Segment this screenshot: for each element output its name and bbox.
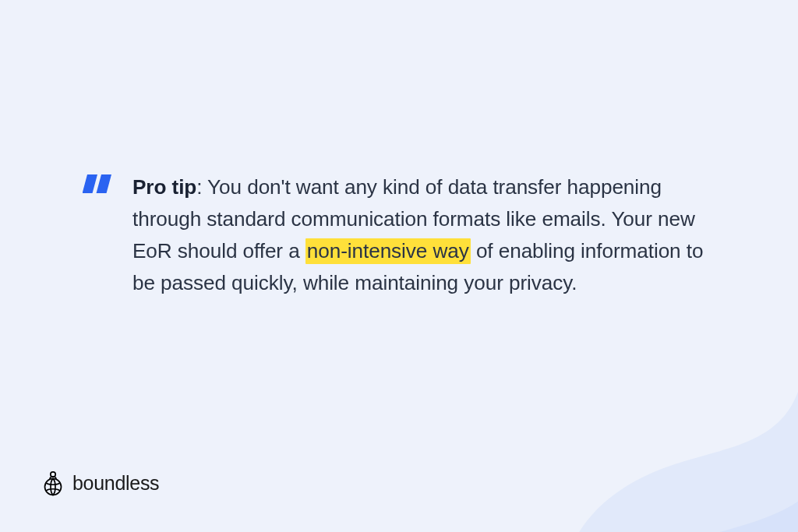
quote-text: Pro tip: You don't want any kind of data… bbox=[132, 171, 715, 299]
highlighted-phrase: non-intensive way bbox=[305, 238, 471, 264]
brand-name: boundless bbox=[72, 472, 159, 495]
svg-rect-0 bbox=[83, 174, 97, 193]
svg-rect-1 bbox=[97, 174, 111, 193]
quote-mark-icon bbox=[83, 174, 114, 193]
pro-tip-label: Pro tip bbox=[132, 175, 196, 199]
quote-card: Pro tip: You don't want any kind of data… bbox=[0, 0, 798, 299]
boundless-logo-icon bbox=[41, 470, 65, 496]
brand-logo: boundless bbox=[41, 470, 159, 496]
svg-point-2 bbox=[45, 479, 62, 495]
